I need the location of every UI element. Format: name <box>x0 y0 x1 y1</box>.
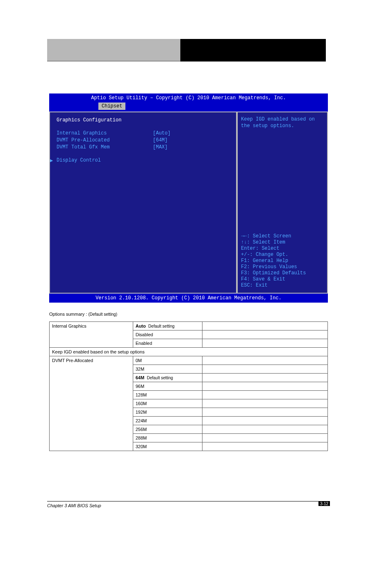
opt-value: Disabled <box>133 330 202 339</box>
opt-desc <box>202 374 328 382</box>
options-section: Options summary : (Default setting) Inte… <box>49 312 328 451</box>
opt-desc <box>202 425 328 434</box>
page-footer: Chapter 3 AMI BIOS Setup 3-12 <box>47 501 330 508</box>
default-label: Default setting <box>90 312 116 317</box>
opt-value: 32M <box>133 365 202 374</box>
hint-row: F3: Optimized Defaults <box>241 270 324 276</box>
bios-window: Aptio Setup Utility – Copyright (C) 2010… <box>49 93 328 303</box>
header-left-block <box>47 39 180 62</box>
option-row[interactable]: Internal Graphics [Auto] <box>52 130 232 136</box>
option-label: DVMT Pre-Allocated <box>57 137 153 143</box>
opt-value: 96M <box>133 382 202 391</box>
opt-desc <box>202 365 328 374</box>
opt-value: Auto Default setting <box>133 322 202 330</box>
bios-title: Aptio Setup Utility – Copyright (C) 2010… <box>49 93 328 103</box>
page-header <box>47 39 326 62</box>
opt-desc <box>202 330 328 339</box>
opt-desc <box>202 408 328 417</box>
section-title: Graphics Configuration <box>52 117 232 123</box>
opt-desc <box>202 417 328 425</box>
opt-value: 288M <box>133 434 202 442</box>
submenu-label: Display Control <box>52 157 101 163</box>
opt-value: 64M Default setting <box>133 374 202 382</box>
option-value: [64M] <box>153 137 168 143</box>
opt-desc <box>202 391 328 399</box>
opt-value: 224M <box>133 417 202 425</box>
table-row: DVMT Pre-Allocated 0M <box>50 356 328 365</box>
bios-left-pane: Graphics Configuration Internal Graphics… <box>50 112 237 293</box>
option-value: [MAX] <box>153 144 168 150</box>
opt-desc <box>202 322 328 330</box>
opt-desc <box>202 442 328 451</box>
table-row: Keep IGD enabled based on the setup opti… <box>50 348 328 356</box>
option-label: DVMT Total Gfx Mem <box>57 144 153 150</box>
bios-right-pane: Keep IGD enabled based on the setup opti… <box>237 112 327 293</box>
bios-key-hints: →←: Select Screen ↑↓: Select Item Enter:… <box>241 233 324 289</box>
hint-row: ↑↓: Select Item <box>241 239 324 245</box>
opt-desc <box>202 399 328 408</box>
opt-value: 256M <box>133 425 202 434</box>
options-label: Options summary : <box>49 312 87 317</box>
hint-row: F2: Previous Values <box>241 264 324 270</box>
options-table: Internal Graphics Auto Default setting D… <box>49 321 328 451</box>
hint-row: ESC: Exit <box>241 283 324 288</box>
default-label: Default setting <box>147 376 173 380</box>
opt-value: 160M <box>133 399 202 408</box>
opt-value: 192M <box>133 408 202 417</box>
hint-row: F4: Save & Exit <box>241 276 324 282</box>
opt-value: 128M <box>133 391 202 399</box>
bios-help-text: Keep IGD enabled based on the setup opti… <box>241 116 324 129</box>
opt-name: DVMT Pre-Allocated <box>50 356 133 451</box>
tab-chipset[interactable]: Chipset <box>98 103 125 110</box>
hint-row: Enter: Select <box>241 246 324 251</box>
header-right-block <box>180 39 326 62</box>
bios-tab-row: Chipset <box>49 103 328 112</box>
opt-value: 0M <box>133 356 202 365</box>
opt-name: Internal Graphics <box>50 322 133 348</box>
opt-desc <box>202 434 328 442</box>
opt-value: 320M <box>133 442 202 451</box>
opt-full-desc: Keep IGD enabled based on the setup opti… <box>50 348 328 356</box>
opt-desc <box>202 339 328 348</box>
opt-desc <box>202 356 328 365</box>
triangle-right-icon: ▶ <box>50 157 53 164</box>
hint-row: →←: Select Screen <box>241 233 324 239</box>
opt-value: Enabled <box>133 339 202 348</box>
submenu-display-control[interactable]: ▶ Display Control <box>52 157 232 163</box>
default-label: Default setting <box>148 324 175 328</box>
opt-desc <box>202 382 328 391</box>
table-row: Internal Graphics Auto Default setting <box>50 322 328 330</box>
hint-row: +/-: Change Opt. <box>241 252 324 258</box>
option-value: [Auto] <box>153 130 170 136</box>
bios-version: Version 2.10.1208. Copyright (C) 2010 Am… <box>49 294 328 303</box>
footer-page-number: 3-12 <box>318 501 330 506</box>
option-label: Internal Graphics <box>57 130 153 136</box>
footer-left: Chapter 3 AMI BIOS Setup <box>47 503 101 508</box>
bios-main: Graphics Configuration Internal Graphics… <box>49 112 328 294</box>
option-row[interactable]: DVMT Total Gfx Mem [MAX] <box>52 144 232 150</box>
hint-row: F1: General Help <box>241 258 324 264</box>
option-row[interactable]: DVMT Pre-Allocated [64M] <box>52 137 232 143</box>
